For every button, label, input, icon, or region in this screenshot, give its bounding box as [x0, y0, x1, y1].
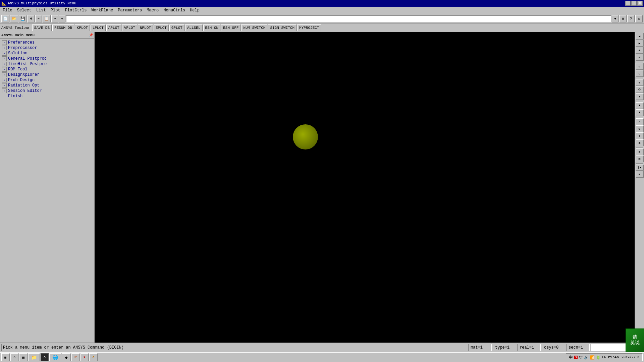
taskbar-app3[interactable]: ◆ — [62, 353, 70, 361]
rt-btn-12[interactable]: ✕ — [636, 118, 644, 125]
rt-btn-16[interactable]: ⊞ — [636, 148, 644, 155]
taskbar-search[interactable]: ○ — [10, 353, 19, 361]
ansys-tb-btn-gplot[interactable]: GPLOT — [169, 24, 184, 31]
settings-icon-button[interactable]: ⚙ — [635, 15, 643, 22]
save-button[interactable]: 💾 — [19, 15, 27, 22]
viewport[interactable] — [95, 32, 635, 343]
redo-button[interactable]: ↪ — [59, 15, 65, 22]
help-icon-button[interactable]: ? — [627, 15, 635, 22]
ansys-tb-btn-resum-db[interactable]: RESUM_DB — [52, 24, 74, 31]
rt-btn-5[interactable]: ↺ — [636, 63, 644, 70]
menu-entry-icon: + — [2, 78, 7, 82]
rt-btn-2[interactable]: ▶ — [636, 40, 644, 47]
rt-btn-11[interactable]: ▼ — [636, 109, 644, 116]
rt-btn-4[interactable]: ⊖ — [636, 54, 644, 61]
open-button[interactable]: 📂 — [10, 15, 18, 22]
menu-item-list[interactable]: List — [34, 7, 48, 13]
menu-entry-icon: + — [2, 56, 7, 61]
rt-btn-14[interactable]: ◈ — [636, 132, 644, 139]
rt-sep-1 — [636, 62, 643, 62]
ansys-tb-btn-eplot[interactable]: EPLOT — [154, 24, 169, 31]
systray-s[interactable]: S — [574, 356, 578, 359]
copy-button[interactable]: 📋 — [43, 15, 51, 22]
rt-btn-15[interactable]: ◉ — [636, 139, 644, 146]
menu-item-file[interactable]: File — [1, 7, 14, 13]
menu-entry-label: Session Editor — [8, 88, 42, 93]
ansys-tb-btn-nplot[interactable]: NPLOT — [138, 24, 153, 31]
systray-network[interactable]: 📶 — [590, 355, 595, 360]
cut-button[interactable]: ✂ — [35, 15, 42, 22]
taskbar-explorer[interactable]: 📁 — [28, 353, 40, 361]
rt-btn-1[interactable]: ◀ — [636, 33, 644, 40]
rt-btn-7[interactable]: ⊙ — [636, 79, 644, 86]
dropdown-arrow[interactable]: ▼ — [612, 15, 619, 22]
status-real: real=1 — [517, 344, 541, 351]
menu-item-menuctrls[interactable]: MenuCtrls — [161, 7, 187, 13]
rt-btn-6[interactable]: ↻ — [636, 70, 644, 77]
systray-lang[interactable]: EN — [602, 355, 606, 359]
command-input[interactable] — [66, 15, 611, 22]
rt-btn-10[interactable]: ▲ — [636, 102, 644, 109]
start-button[interactable]: ⊞ — [1, 353, 10, 361]
ansys-tb-btn-esh-off[interactable]: ESH-OFF — [221, 24, 240, 31]
title-bar-title: 📐 ANSYS Multiphysics Utility Menu — [1, 1, 76, 6]
menu-item-plot[interactable]: Plot — [49, 7, 62, 13]
ansys-tb-btn-vplot[interactable]: VPLOT — [122, 24, 137, 31]
rt-btn-8[interactable]: ⟳ — [636, 86, 644, 93]
print-button[interactable]: 🖨 — [28, 15, 35, 22]
restore-button[interactable]: □ — [631, 1, 637, 6]
menu-entry-preprocessor[interactable]: +Preprocessor — [1, 45, 93, 51]
left-panel: ANSYS Main Menu 📌 +Preferences+Preproces… — [0, 32, 95, 343]
menu-entry-solution[interactable]: +Solution — [1, 51, 93, 56]
rt-btn-13[interactable]: ⚙ — [636, 125, 644, 132]
ansys-tb-btn-num-switch[interactable]: NUM-SWITCH — [241, 24, 267, 31]
menu-entry-timehist-postpro[interactable]: +TimeHist Postpro — [1, 61, 93, 67]
menu-item-macro[interactable]: Macro — [145, 7, 161, 13]
undo-button[interactable]: ↩ — [51, 15, 58, 22]
systray-volume[interactable]: 🔊 — [584, 355, 589, 360]
ansys-tb-btn-sign-switch[interactable]: SIGN-SWITCH — [268, 24, 297, 31]
cn-widget[interactable]: 请 英说 — [626, 328, 644, 352]
menu-entry-designxplorer[interactable]: +DesignXplorer — [1, 72, 93, 77]
menu-item-select[interactable]: Select — [15, 7, 34, 13]
ansys-tb-btn-myproject[interactable]: MYPROJECT — [297, 24, 321, 31]
menu-item-plotctrls[interactable]: PlotCtrls — [63, 7, 89, 13]
taskbar-ansys2[interactable]: Λ — [89, 353, 98, 361]
right-toolbar: ◀ ▶ ⊕ ⊖ ↺ ↻ ⊙ ⟳ ✦ ▲ ▼ ✕ ⚙ ◈ ◉ ⊞ ◫ 3▾ ⊠ — [635, 32, 644, 343]
menu-entry-radiation-opt[interactable]: +Radiation Opt — [1, 83, 93, 88]
systray-cn[interactable]: 中 — [569, 355, 573, 360]
exec-button[interactable]: ⊞ — [619, 15, 627, 22]
cn-line2: 英说 — [630, 340, 640, 346]
minimize-button[interactable]: − — [625, 1, 631, 6]
menu-entry-session-editor[interactable]: +Session Editor — [1, 88, 93, 94]
taskbar-chrome[interactable]: 🌐 — [49, 353, 61, 361]
menu-item-parameters[interactable]: Parameters — [116, 7, 144, 13]
ansys-tb-btn-save-db[interactable]: SAVE_DB — [32, 24, 52, 31]
ansys-tb-btn-kplot[interactable]: KPLOT — [75, 24, 90, 31]
ansys-tb-btn-esh-on[interactable]: ESH-ON — [203, 24, 221, 31]
close-button[interactable]: × — [637, 1, 643, 6]
taskbar-app5[interactable]: X — [80, 353, 89, 361]
menu-entry-preferences[interactable]: +Preferences — [1, 40, 93, 45]
rt-btn-9[interactable]: ✦ — [636, 93, 644, 100]
taskbar-ppt[interactable]: P — [71, 353, 80, 361]
menu-entry-finish[interactable]: Finish — [1, 94, 93, 99]
taskbar-taskview[interactable]: ▦ — [19, 353, 28, 361]
rt-btn-18[interactable]: ⊠ — [636, 171, 644, 178]
ansys-tb-btn-lplot[interactable]: LPLOT — [91, 24, 106, 31]
menu-entry-general-postproc[interactable]: +General Postproc — [1, 56, 93, 61]
rt-view-mode[interactable]: 3▾ — [636, 165, 644, 171]
pin-icon[interactable]: 📌 — [89, 33, 93, 37]
ansys-tb-btn-aplot[interactable]: APLOT — [106, 24, 121, 31]
menu-item-workplane[interactable]: WorkPlane — [89, 7, 115, 13]
menu-entry-rom-tool[interactable]: +ROM Tool — [1, 67, 93, 72]
title-text: ANSYS Multiphysics Utility Menu — [8, 1, 76, 5]
menu-item-help[interactable]: Help — [188, 7, 202, 13]
rt-btn-17[interactable]: ◫ — [636, 156, 644, 162]
ansys-tb-btn-allsel[interactable]: ALLSEL — [185, 24, 203, 31]
taskbar-ansys1[interactable]: Λ — [41, 353, 49, 361]
menu-entry-label: General Postproc — [8, 56, 47, 61]
new-button[interactable]: 📄 — [1, 15, 9, 22]
rt-btn-3[interactable]: ⊕ — [636, 47, 644, 54]
menu-entry-prob-design[interactable]: +Prob Design — [1, 77, 93, 83]
